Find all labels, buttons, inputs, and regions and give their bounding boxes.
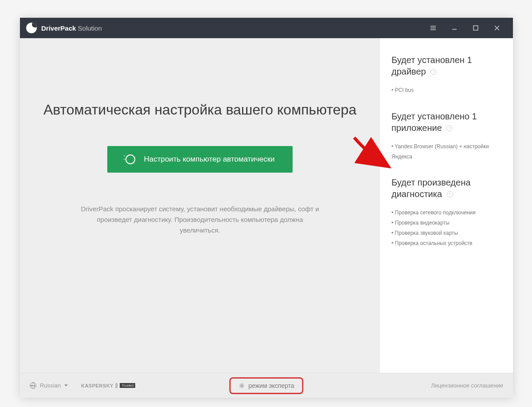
list-item: Проверка сетевого подключения (391, 208, 501, 218)
content-area: Автоматическая настройка вашего компьюте… (20, 38, 513, 373)
maximize-button[interactable] (466, 18, 485, 38)
trusted-badge: Trusted (120, 383, 135, 388)
globe-icon (30, 382, 36, 389)
apps-section: Будет установлено 1 приложение ? Yandex.… (391, 111, 501, 162)
cta-label: Настроить компьютер автоматически (144, 155, 274, 164)
list-item: Yandex.Browser (Russian) + настройки Янд… (391, 142, 501, 162)
menu-button[interactable] (423, 18, 443, 38)
svg-point-7 (241, 385, 243, 387)
expert-mode-button[interactable]: режим эксперта (229, 377, 303, 394)
main-subtext: DriverPack просканирует систему, установ… (80, 204, 320, 236)
diagnostics-section: Будет произведена диагностика ? Проверка… (391, 177, 501, 248)
help-icon[interactable]: ? (447, 191, 453, 198)
main-panel: Автоматическая настройка вашего компьюте… (20, 38, 380, 373)
diagnostics-title: Будет произведена диагностика (391, 178, 470, 199)
help-icon[interactable]: ? (430, 69, 437, 75)
app-window: DriverPack Solution Автоматическая настр… (20, 18, 513, 398)
svg-rect-4 (473, 26, 478, 30)
sparkle-icon (125, 154, 136, 165)
help-icon[interactable]: ? (446, 125, 453, 131)
license-link[interactable]: Лицензионное соглашение (431, 382, 503, 389)
list-item: Проверка видеокарты (391, 218, 501, 228)
drivers-section: Будет установлен 1 драйвер ? PCI bus (391, 54, 501, 95)
window-controls (423, 18, 507, 38)
main-headline: Автоматическая настройка вашего компьюте… (43, 100, 356, 119)
apps-list: Yandex.Browser (Russian) + настройки Янд… (391, 142, 501, 162)
list-item: Проверка звуковой карты (391, 228, 501, 238)
footer: Russian KASPERSKY₿ Trusted режим эксперт… (20, 373, 513, 398)
app-title: DriverPack Solution (41, 24, 102, 32)
diagnostics-list: Проверка сетевого подключения Проверка в… (391, 208, 501, 248)
chevron-down-icon (64, 384, 68, 387)
apps-title: Будет установлено 1 приложение (391, 111, 477, 133)
app-logo: DriverPack Solution (26, 23, 102, 33)
minimize-button[interactable] (445, 18, 464, 38)
sidebar: Будет установлен 1 драйвер ? PCI bus Буд… (380, 38, 513, 373)
language-selector[interactable]: Russian (30, 382, 68, 389)
list-item: Проверка остальных устройств (391, 238, 501, 249)
list-item: PCI bus (391, 85, 501, 95)
logo-icon (26, 23, 37, 33)
antivirus-brand: KASPERSKY (81, 383, 113, 388)
antivirus-badge: KASPERSKY₿ Trusted (81, 383, 135, 388)
titlebar: DriverPack Solution (20, 18, 513, 38)
close-button[interactable] (487, 18, 507, 38)
language-label: Russian (40, 382, 61, 389)
expert-mode-label: режим эксперта (248, 382, 294, 389)
drivers-list: PCI bus (391, 85, 501, 95)
auto-configure-button[interactable]: Настроить компьютер автоматически (107, 146, 292, 173)
gear-icon (239, 383, 245, 389)
